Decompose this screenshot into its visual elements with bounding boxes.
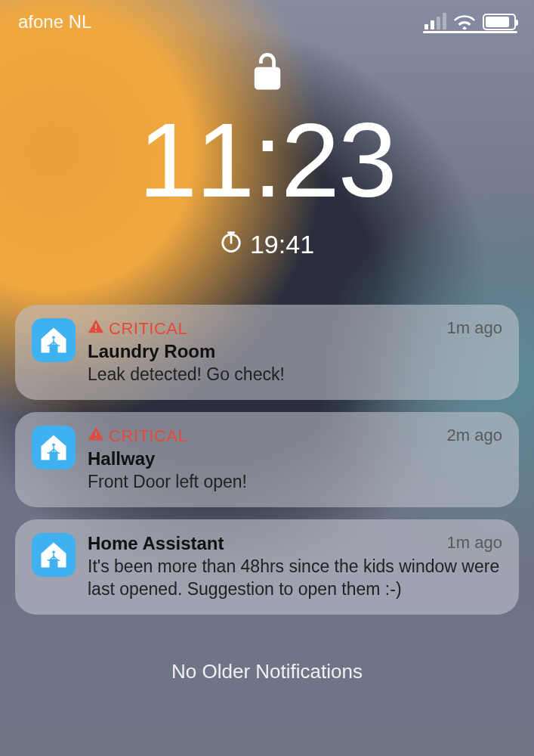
timer-row[interactable]: 19:41 [0,230,534,259]
home-assistant-app-icon [32,533,76,577]
notification-body: Leak detected! Go check! [88,364,502,386]
timer-value: 19:41 [250,230,314,259]
status-bar: afone NL [0,0,534,38]
notification-time: 1m ago [447,533,502,553]
critical-badge: CRITICAL [88,426,187,447]
notification-body: It's been more than 48hrs since the kids… [88,556,502,601]
notification-title: Home Assistant [88,533,224,554]
critical-label: CRITICAL [109,426,187,446]
alert-icon [88,318,104,339]
notification-item[interactable]: Home Assistant 1m ago It's been more tha… [15,519,519,615]
cellular-signal-icon [424,14,446,29]
timer-icon [220,230,242,259]
home-assistant-app-icon [32,426,76,469]
battery-icon [483,14,516,30]
notification-time: 2m ago [447,426,502,445]
notification-title: Hallway [88,448,502,469]
wifi-icon [454,14,475,30]
lock-screen-header: 11:23 19:41 [0,53,534,259]
notification-item[interactable]: CRITICAL 1m ago Laundry Room Leak detect… [15,305,519,400]
critical-label: CRITICAL [109,319,187,339]
critical-badge: CRITICAL [88,318,187,339]
notification-title: Laundry Room [88,341,502,362]
unlock-icon [0,53,534,94]
svg-point-1 [52,336,55,339]
alert-icon [88,426,104,447]
notification-body: Front Door left open! [88,471,502,494]
svg-point-3 [52,550,55,553]
status-icons [424,14,516,30]
carrier-label: afone NL [18,11,424,33]
svg-point-2 [52,443,55,446]
notification-list: CRITICAL 1m ago Laundry Room Leak detect… [15,305,519,615]
no-older-notifications-label: No Older Notifications [0,660,534,683]
clock-time: 11:23 [0,107,534,213]
home-assistant-app-icon [32,318,76,362]
notification-item[interactable]: CRITICAL 2m ago Hallway Front Door left … [15,412,519,507]
notification-time: 1m ago [447,318,502,338]
